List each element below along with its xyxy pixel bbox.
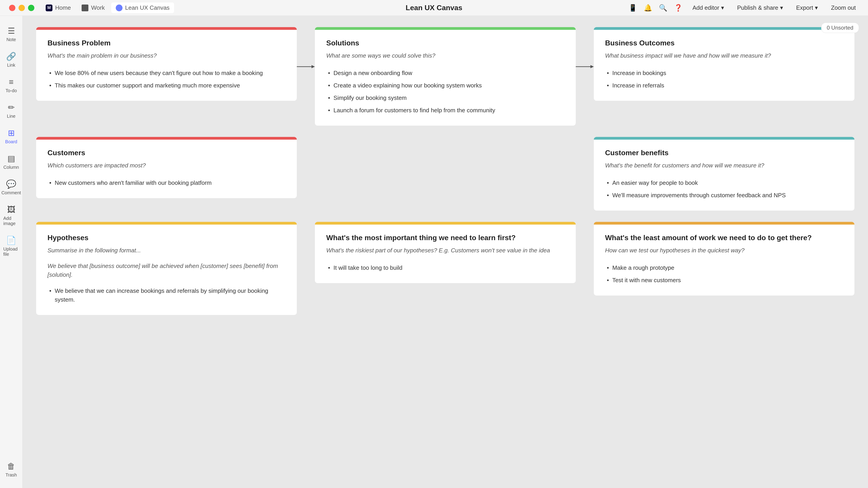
card-body-least-work: What's the least amount of work we need … (594, 225, 855, 295)
close-button[interactable] (9, 5, 16, 11)
business-outcomes-subtitle: What business impact will we have and ho… (605, 51, 843, 60)
list-item: Make a rough prototype (605, 262, 843, 274)
card-header-green (315, 27, 576, 30)
comment-icon: 💬 (6, 180, 16, 189)
customer-benefits-subtitle: What's the benefit for customers and how… (605, 161, 843, 170)
sidebar-item-board[interactable]: ⊞ Board (1, 125, 22, 148)
column-icon: ▤ (7, 154, 15, 163)
business-problem-list: We lose 80% of new users because they ca… (48, 67, 285, 92)
card-header-yellow-2 (315, 222, 576, 225)
canvas-icon (116, 4, 123, 11)
tab-home[interactable]: M Home (41, 2, 75, 13)
traffic-lights (9, 5, 34, 11)
line-icon: ✏ (8, 103, 15, 112)
titlebar-actions: 📱 🔔 🔍 ❓ Add editor ▾ Publish & share ▾ E… (629, 2, 859, 13)
list-item: This makes our customer support and mark… (48, 79, 285, 92)
tab-home-label: Home (55, 4, 71, 11)
note-label: Note (6, 37, 16, 42)
line-label: Line (7, 113, 16, 119)
minimize-button[interactable] (19, 5, 25, 11)
least-work-card: What's the least amount of work we need … (594, 222, 855, 295)
list-item: Launch a forum for customers to find hel… (326, 104, 564, 117)
sidebar-item-link[interactable]: 🔗 Link (1, 48, 22, 71)
card-header-red-2 (36, 137, 297, 140)
hypotheses-title: Hypotheses (48, 234, 285, 242)
customers-subtitle: Which customers are impacted most? (48, 161, 285, 170)
list-item: Test it with new customers (605, 274, 843, 287)
canvas-row-1: Business Problem What's the main problem… (36, 27, 855, 126)
card-body-hypotheses: Hypotheses Summarise in the following fo… (36, 225, 297, 315)
business-outcomes-card: Business Outcomes What business impact w… (594, 27, 855, 101)
list-item: We believe that we can increase bookings… (48, 285, 285, 306)
hypotheses-body-text: We believe that [business outcome] will … (48, 262, 285, 279)
canvas-row-3: Hypotheses Summarise in the following fo… (36, 222, 855, 315)
zoom-out-button[interactable]: Zoom out (828, 2, 859, 13)
solutions-title: Solutions (326, 39, 564, 47)
card-body-customers: Customers Which customers are impacted m… (36, 140, 297, 198)
comment-label: Comment (1, 190, 21, 195)
arrow-svg-2 (576, 63, 594, 70)
add-image-icon: 🖼 (7, 205, 16, 215)
sidebar-item-line[interactable]: ✏ Line (1, 99, 22, 123)
card-header-red (36, 27, 297, 30)
sidebar-item-todo[interactable]: ≡ To-do (1, 74, 22, 97)
add-editor-button[interactable]: Add editor ▾ (689, 2, 727, 13)
sidebar-item-comment[interactable]: 💬 Comment (1, 176, 22, 199)
sidebar-item-column[interactable]: ▤ Column (1, 150, 22, 173)
tab-work[interactable]: Work (77, 2, 109, 13)
solutions-subtitle: What are some ways we could solve this? (326, 51, 564, 60)
list-item: Simplify our booking system (326, 92, 564, 104)
business-outcomes-title: Business Outcomes (605, 39, 843, 47)
note-icon: ☰ (8, 26, 15, 36)
add-image-label: Add image (3, 216, 19, 226)
work-icon (82, 4, 88, 11)
business-problem-card: Business Problem What's the main problem… (36, 27, 297, 101)
tab-canvas-label: Lean UX Canvas (125, 4, 170, 11)
hypotheses-subtitle: Summarise in the following format... (48, 246, 285, 255)
notification-icon[interactable]: 🔔 (644, 4, 652, 11)
list-item: Design a new onboarding flow (326, 67, 564, 79)
card-header-teal-2 (594, 137, 855, 140)
link-label: Link (7, 63, 16, 68)
board-label: Board (5, 139, 17, 144)
business-problem-title: Business Problem (48, 39, 285, 47)
arrow-2 (576, 27, 594, 70)
customer-benefits-card: Customer benefits What's the benefit for… (594, 137, 855, 210)
help-icon[interactable]: ❓ (674, 4, 682, 12)
publish-share-button[interactable]: Publish & share ▾ (734, 2, 786, 13)
customer-benefits-title: Customer benefits (605, 149, 843, 157)
tab-canvas[interactable]: Lean UX Canvas (111, 2, 174, 13)
arrow-svg-1 (297, 63, 315, 70)
list-item: An easier way for people to book (605, 177, 843, 189)
link-icon: 🔗 (6, 52, 16, 61)
list-item: Create a video explaining how our bookin… (326, 79, 564, 92)
trash-icon: 🗑 (7, 462, 15, 471)
upload-file-label: Upload file (3, 247, 19, 257)
miro-icon: M (46, 4, 53, 11)
export-button[interactable]: Export ▾ (793, 2, 821, 13)
device-icon: 📱 (629, 4, 637, 12)
sidebar: ☰ Note 🔗 Link ≡ To-do ✏ Line ⊞ Board ▤ C… (0, 16, 23, 488)
card-body-benefits: Customer benefits What's the benefit for… (594, 140, 855, 210)
sidebar-item-add-image[interactable]: 🖼 Add image (1, 201, 22, 230)
canvas-row-2: Customers Which customers are impacted m… (36, 137, 855, 210)
sidebar-item-upload-file[interactable]: 📄 Upload file (1, 232, 22, 260)
page-title: Lean UX Canvas (406, 4, 463, 12)
board-icon: ⊞ (8, 128, 15, 138)
hypotheses-list: We believe that we can increase bookings… (48, 285, 285, 306)
unsorted-badge[interactable]: 0 Unsorted (821, 23, 859, 33)
list-item: Increase in bookings (605, 67, 843, 79)
maximize-button[interactable] (28, 5, 34, 11)
chevron-down-icon-2: ▾ (780, 4, 783, 11)
search-icon[interactable]: 🔍 (659, 4, 667, 12)
card-body-most-important: What's the most important thing we need … (315, 225, 576, 283)
list-item: We'll measure improvements through custo… (605, 189, 843, 201)
hypotheses-card: Hypotheses Summarise in the following fo… (36, 222, 297, 315)
titlebar: M Home Work Lean UX Canvas Lean UX Canva… (0, 0, 868, 16)
tab-work-label: Work (91, 4, 105, 11)
svg-marker-1 (311, 65, 315, 68)
sidebar-item-note[interactable]: ☰ Note (1, 23, 22, 46)
column-label: Column (3, 165, 19, 170)
sidebar-item-trash[interactable]: 🗑 Trash (3, 458, 19, 481)
svg-marker-3 (590, 65, 594, 68)
